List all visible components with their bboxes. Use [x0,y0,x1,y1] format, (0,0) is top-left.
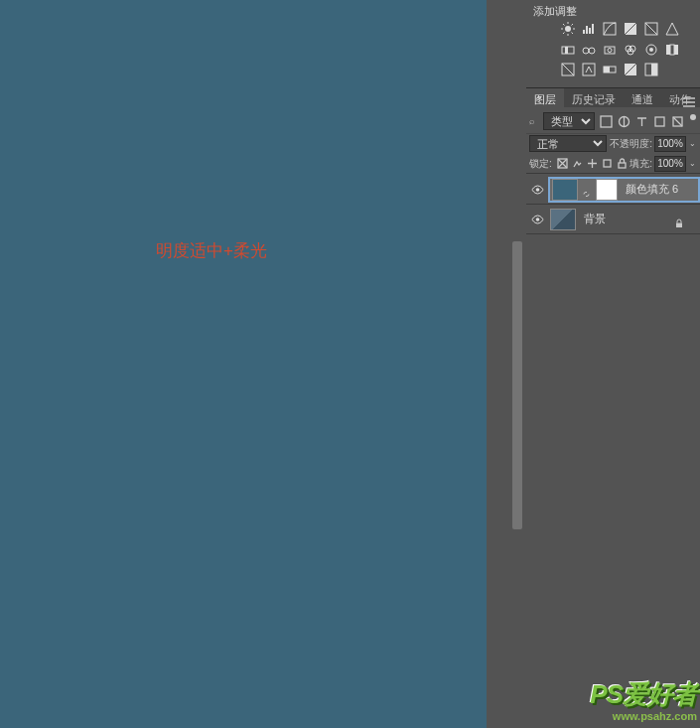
gradient-icon[interactable] [643,63,658,76]
vibrance-icon[interactable] [643,22,658,36]
svg-rect-1 [604,23,616,35]
gradient-map-icon[interactable] [602,63,617,76]
visibility-toggle[interactable] [526,215,548,224]
fill-dropdown-icon[interactable]: ⌄ [688,159,697,168]
filter-pixel-icon[interactable] [599,114,613,128]
visibility-toggle[interactable] [526,185,548,195]
filter-smart-icon[interactable] [670,114,684,128]
fill-label: 填充: [630,157,652,171]
tab-channels[interactable]: 通道 [624,88,661,107]
layer-thumbnail[interactable] [550,209,576,230]
canvas-annotation: 明度适中+柔光 [156,239,267,262]
watermark-logo: PS爱好者 [590,677,697,712]
watermark: PS爱好者 www.psahz.com [590,677,697,722]
photo-filter-icon[interactable] [602,43,617,57]
lock-image-icon[interactable] [572,158,584,170]
svg-rect-34 [676,222,682,227]
canvas[interactable]: 明度适中+柔光 [0,0,487,728]
svg-point-14 [649,48,653,52]
filter-shape-icon[interactable] [652,114,666,128]
svg-rect-15 [666,45,670,55]
black-white-icon[interactable] [581,43,596,57]
svg-point-9 [608,49,612,53]
layer-color-fill[interactable]: 颜色填充 6 [526,175,700,205]
svg-point-0 [565,26,571,32]
levels-icon[interactable] [581,22,596,36]
search-icon: ⌕ [529,116,539,126]
svg-rect-30 [604,160,611,167]
curves-icon[interactable] [602,22,617,36]
lock-icon [674,215,684,224]
lock-row: 锁定: 填充: ⌄ [526,154,700,174]
channel-mixer-icon[interactable] [623,43,637,57]
svg-rect-31 [619,163,626,168]
panel-menu-icon[interactable] [683,93,695,103]
selective-color-icon[interactable] [623,63,637,76]
svg-point-33 [535,218,539,221]
threshold-icon[interactable] [581,63,596,76]
scroll-track [487,0,513,728]
scroll-thumb[interactable] [512,241,522,529]
svg-point-7 [589,48,595,54]
watermark-url: www.psahz.com [613,710,697,722]
filter-type-select[interactable]: 类型 [543,112,595,130]
blend-mode-select[interactable]: 正常 [529,135,607,152]
blend-row: 正常 不透明度: ⌄ [526,133,700,153]
layer-thumbnail[interactable] [552,179,578,201]
layer-name[interactable]: 颜色填充 6 [626,182,678,197]
panel-tabs: 图层 历史记录 通道 动作 [526,87,700,107]
posterize-icon[interactable] [560,63,575,76]
svg-rect-21 [604,67,610,73]
svg-point-32 [535,188,539,192]
invert-icon[interactable] [664,43,679,57]
opacity-input[interactable] [654,136,686,152]
layer-mask-thumbnail[interactable] [596,179,618,201]
layers-list: 颜色填充 6 背景 [526,175,700,234]
layer-name[interactable]: 背景 [584,212,606,226]
lock-artboard-icon[interactable] [602,158,614,170]
link-icon [582,185,592,195]
fill-input[interactable] [654,156,686,172]
svg-rect-24 [651,64,657,75]
lock-all-icon[interactable] [617,158,629,170]
layer-background[interactable]: 背景 [526,205,700,234]
svg-rect-16 [670,45,674,55]
hue-saturation-icon[interactable] [664,22,679,36]
color-lookup-icon[interactable] [643,43,658,57]
layer-filter-row: ⌕ 类型 [526,110,700,132]
svg-rect-17 [674,45,678,55]
exposure-icon[interactable] [623,22,637,36]
svg-rect-5 [565,47,568,54]
adjustments-header: 添加调整 [526,0,700,18]
svg-rect-27 [655,117,664,126]
lock-label: 锁定: [529,157,552,171]
svg-rect-25 [601,116,612,127]
color-balance-icon[interactable] [560,43,575,57]
filter-adjustment-icon[interactable] [617,114,630,128]
opacity-dropdown-icon[interactable]: ⌄ [688,139,697,148]
brightness-contrast-icon[interactable] [560,22,575,36]
filter-type-icon[interactable] [634,114,648,128]
lock-position-icon[interactable] [587,158,599,170]
tab-layers[interactable]: 图层 [526,88,564,107]
svg-point-6 [583,48,589,54]
lock-transparency-icon[interactable] [557,158,569,170]
opacity-label: 不透明度: [610,137,652,151]
svg-rect-19 [583,64,595,75]
filter-toggle[interactable] [690,114,696,120]
tab-history[interactable]: 历史记录 [564,88,624,107]
